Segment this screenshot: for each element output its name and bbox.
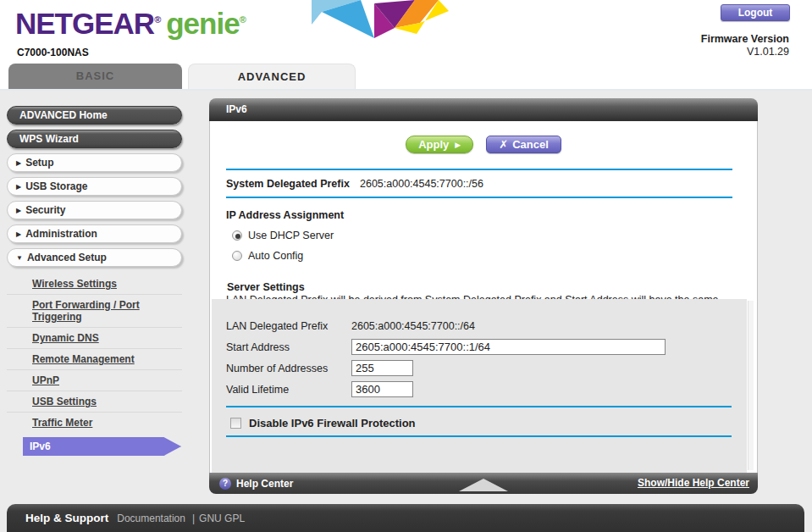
apply-button[interactable]: Apply▶ (406, 136, 473, 153)
netgear-wordmark: NETGEAR® (15, 7, 161, 40)
system-delegated-prefix-value: 2605:a000:4545:7700::/56 (360, 178, 483, 190)
sidebar-subitem-traffic-meter[interactable]: Traffic Meter (7, 412, 182, 433)
system-delegated-prefix-label: System Delegated Prefix (226, 178, 360, 190)
sidebar-subitem-ipv6-selected[interactable]: IPv6 (23, 437, 181, 456)
documentation-link[interactable]: Documentation (117, 513, 185, 524)
footer-separator: | (192, 513, 195, 524)
sidebar-item-advanced-setup[interactable]: ▼Advanced Setup (7, 248, 182, 267)
server-settings-form: LAN Delegated Prefix 2605:a000:4545:7700… (212, 299, 747, 473)
firmware-version-label: Firmware Version (701, 33, 789, 46)
section-divider (226, 197, 732, 198)
help-question-icon: ? (219, 478, 231, 490)
radio-button-use-dhcp[interactable] (232, 230, 242, 241)
footer-bar: Help & Support Documentation | GNU GPL (7, 504, 804, 532)
help-center-toggle[interactable]: ? Help Center (219, 473, 293, 494)
panel-title: IPv6 (209, 98, 758, 121)
firmware-version-value: V1.01.29 (701, 46, 789, 58)
expand-arrow-icon: ▶ (16, 202, 21, 219)
start-address-label: Start Address (226, 341, 351, 353)
radio-label-auto-config: Auto Config (248, 250, 303, 262)
panel-body: Apply▶ ✗Cancel System Delegated Prefix 2… (209, 121, 758, 473)
genie-wordmark: genie® (166, 7, 246, 40)
expand-arrow-icon: ▶ (16, 154, 21, 172)
lan-delegated-prefix-label: LAN Delegated Prefix (226, 320, 351, 332)
advanced-setup-submenu: Wireless Settings Port Forwarding / Port… (7, 274, 182, 456)
sidebar-item-usb-storage[interactable]: ▶USB Storage (7, 177, 182, 196)
model-number-label: C7000-100NAS (17, 47, 89, 58)
sidebar-subitem-remote-management[interactable]: Remote Management (7, 348, 182, 369)
sidebar-item-setup[interactable]: ▶Setup (7, 153, 182, 172)
tab-basic[interactable]: BASIC (8, 64, 182, 89)
tab-advanced[interactable]: ADVANCED (188, 64, 356, 89)
expand-panel-arrow-icon[interactable] (459, 479, 508, 491)
apply-arrow-icon: ▶ (455, 141, 461, 149)
apply-button-label: Apply (418, 138, 449, 151)
sidebar-item-label: Setup (25, 157, 53, 169)
cancel-button[interactable]: ✗Cancel (486, 136, 561, 153)
section-divider (226, 406, 732, 407)
expand-arrow-icon: ▶ (16, 178, 21, 196)
logout-button[interactable]: Logout (721, 4, 790, 21)
lan-delegated-prefix-row: LAN Delegated Prefix 2605:a000:4545:7700… (212, 315, 747, 336)
scrollbar-track[interactable] (748, 301, 754, 470)
top-header: NETGEAR®genie® C7000-100NAS Logout Firmw… (0, 0, 812, 64)
sidebar-subitem-dynamic-dns[interactable]: Dynamic DNS (7, 327, 182, 348)
help-center-label: Help Center (236, 478, 293, 490)
radio-button-auto-config[interactable] (232, 251, 242, 261)
valid-lifetime-label: Valid Lifetime (226, 384, 351, 396)
start-address-input[interactable] (351, 339, 666, 355)
registered-mark: ® (240, 14, 246, 25)
firewall-checkbox-row[interactable]: Disable IPv6 Firewall Protection (230, 416, 747, 429)
origami-decoration (312, 0, 500, 51)
sidebar-item-security[interactable]: ▶Security (7, 201, 182, 219)
ipv6-firewall-checkbox[interactable] (230, 418, 241, 429)
section-divider (226, 435, 732, 437)
sidebar-item-wps-wizard[interactable]: WPS Wizard (7, 130, 182, 148)
collapse-arrow-icon: ▼ (16, 249, 23, 267)
sidebar-item-administration[interactable]: ▶Administration (7, 224, 182, 243)
sidebar-navigation: ADVANCED Home WPS Wizard ▶Setup ▶USB Sto… (7, 106, 182, 456)
sidebar-subitem-wireless-settings[interactable]: Wireless Settings (7, 274, 182, 294)
server-settings-heading: Server Settings (227, 281, 757, 293)
ipv6-firewall-label: Disable IPv6 Firewall Protection (249, 417, 416, 429)
registered-mark: ® (154, 14, 161, 25)
page: NETGEAR®genie® C7000-100NAS Logout Firmw… (0, 0, 812, 532)
help-support-title: Help & Support (25, 512, 108, 524)
gnu-gpl-link[interactable]: GNU GPL (199, 513, 245, 524)
start-address-row: Start Address (212, 336, 747, 357)
sidebar-subitem-upnp[interactable]: UPnP (7, 369, 182, 391)
system-delegated-prefix-row: System Delegated Prefix 2605:a000:4545:7… (226, 176, 757, 191)
cancel-button-label: Cancel (512, 138, 549, 151)
sidebar-item-advanced-home[interactable]: ADVANCED Home (7, 106, 182, 125)
show-hide-help-link[interactable]: Show/Hide Help Center (638, 473, 749, 494)
firmware-version: Firmware Version V1.01.29 (701, 33, 789, 58)
number-of-addresses-label: Number of Addresses (226, 363, 351, 374)
sidebar-subitem-port-forwarding[interactable]: Port Forwarding / Port Triggering (7, 294, 182, 327)
radio-label-use-dhcp: Use DHCP Server (248, 230, 334, 241)
valid-lifetime-input[interactable] (351, 381, 413, 397)
number-of-addresses-input[interactable] (351, 360, 413, 376)
action-button-row: Apply▶ ✗Cancel (210, 121, 757, 153)
valid-lifetime-row: Valid Lifetime (212, 379, 747, 400)
netgear-genie-logo: NETGEAR®genie® (15, 7, 246, 41)
section-divider (226, 169, 732, 170)
ip-assignment-heading: IP Address Assignment (226, 209, 757, 221)
sidebar-item-label: Security (25, 204, 65, 216)
sidebar-item-label: Advanced Setup (27, 252, 107, 263)
sidebar-item-label: USB Storage (25, 180, 87, 192)
cancel-x-icon: ✗ (499, 138, 508, 151)
sidebar-item-label: Administration (25, 228, 97, 240)
number-of-addresses-row: Number of Addresses (212, 357, 747, 379)
expand-arrow-icon: ▶ (16, 225, 21, 243)
sidebar-subitem-usb-settings[interactable]: USB Settings (7, 391, 182, 412)
help-center-bar: ? Help Center Show/Hide Help Center (209, 473, 758, 494)
radio-row-auto-config[interactable]: Auto Config (232, 249, 757, 262)
ipv6-settings-panel: IPv6 Apply▶ ✗Cancel System Delegated Pre… (209, 98, 758, 494)
tab-bar: BASIC ADVANCED (0, 64, 812, 89)
lan-delegated-prefix-value: 2605:a000:4545:7700::/64 (351, 320, 475, 332)
radio-row-use-dhcp[interactable]: Use DHCP Server (232, 229, 757, 241)
